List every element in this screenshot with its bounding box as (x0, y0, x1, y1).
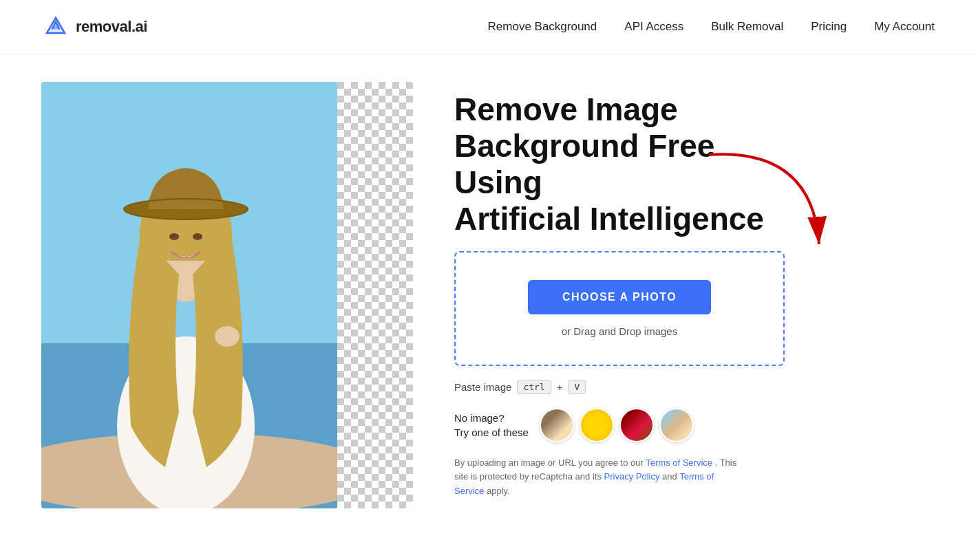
sample-thumb-4[interactable] (659, 408, 694, 442)
svg-point-11 (215, 326, 240, 347)
nav-api-access[interactable]: API Access (624, 20, 683, 34)
drag-drop-text: or Drag and Drop images (562, 325, 677, 337)
main-nav: Remove Background API Access Bulk Remova… (488, 20, 935, 34)
samples-row: No image? Try one of these (454, 408, 785, 442)
sample-thumb-1[interactable] (540, 408, 574, 442)
svg-point-9 (169, 233, 179, 240)
ctrl-key: ctrl (517, 380, 551, 394)
choose-photo-button[interactable]: CHOOSE A PHOTO (528, 280, 711, 314)
nav-my-account[interactable]: My Account (874, 20, 935, 34)
logo-text: removal.ai (76, 18, 147, 36)
plus-sign: + (557, 381, 563, 393)
svg-point-0 (54, 25, 58, 30)
woman-svg (41, 82, 337, 508)
svg-point-10 (193, 233, 202, 240)
upload-dropzone[interactable]: CHOOSE A PHOTO or Drag and Drop images (454, 251, 785, 366)
paste-row: Paste image ctrl + V (454, 380, 785, 394)
sample-thumb-2[interactable] (580, 408, 614, 442)
nav-remove-bg[interactable]: Remove Background (488, 20, 597, 34)
nav-pricing[interactable]: Pricing (811, 20, 847, 34)
tos-link-1[interactable]: Terms of Service (646, 457, 712, 468)
demo-image-area (41, 82, 413, 508)
logo-icon (41, 12, 70, 41)
logo[interactable]: removal.ai (41, 12, 147, 41)
woman-photo (41, 82, 337, 508)
tos-text: By uploading an image or URL you agree t… (454, 456, 743, 499)
privacy-link[interactable]: Privacy Policy (604, 471, 660, 482)
paste-label: Paste image (454, 381, 511, 393)
v-key: V (568, 380, 586, 394)
sample-thumbs (540, 408, 694, 442)
right-content: Remove Image Background Free Using Artif… (454, 91, 935, 499)
upload-area-wrapper: CHOOSE A PHOTO or Drag and Drop images (454, 251, 785, 366)
headline: Remove Image Background Free Using Artif… (454, 91, 785, 237)
sample-thumb-3[interactable] (619, 408, 654, 442)
samples-label: No image? Try one of these (454, 411, 529, 440)
nav-bulk-removal[interactable]: Bulk Removal (711, 20, 783, 34)
